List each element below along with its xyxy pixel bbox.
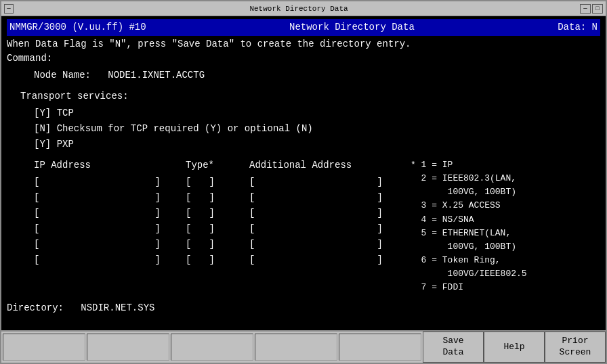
ip-address-header: IP Address <box>34 158 176 173</box>
legend-line-2: 2 = IEEE802.3(LAN, <box>411 172 527 185</box>
add-row-2: [ ] <box>249 191 398 204</box>
type-row-6: [ ] <box>186 253 240 267</box>
transport-tcp-desc: TCP <box>57 106 74 120</box>
transport-pxp-desc: PXP <box>57 137 74 152</box>
terminal-area: NMMGR/3000 (V.uu.ff) #10 Network Directo… <box>1 16 606 330</box>
transport-item-checksum: [N] Checksum for TCP required (Y) or opt… <box>34 122 600 136</box>
header-bar: NMMGR/3000 (V.uu.ff) #10 Network Directo… <box>7 19 600 36</box>
type-input-6[interactable] <box>191 254 209 266</box>
save-data-button[interactable]: Save Data <box>423 332 484 363</box>
node-value: NODE1.IXNET.ACCTG <box>108 70 205 81</box>
add-field-rows: [ ] [ ] [ ] [ ] [ ] [ ] <box>249 175 398 267</box>
ip-input-1[interactable] <box>39 176 154 188</box>
transport-checksum-desc: Checksum for TCP required (Y) or optiona… <box>57 122 313 136</box>
node-label: Node Name: <box>34 70 91 81</box>
ip-row-4: [ ] <box>34 222 176 235</box>
ip-row-6: [ ] <box>34 253 176 267</box>
legend-line-4: 3 = X.25 ACCESS <box>411 199 527 212</box>
add-input-2[interactable] <box>255 191 377 204</box>
legend-line-9: 100VG/IEEE802.5 <box>411 267 527 281</box>
bottom-field-5[interactable] <box>339 334 421 361</box>
ip-row-1: [ ] <box>34 175 176 189</box>
title-bar-right-controls: ─ □ <box>580 4 603 14</box>
bottom-field-3[interactable] <box>171 334 253 361</box>
type-row-2: [ ] <box>186 191 240 204</box>
transport-item-tcp: [Y] TCP <box>34 106 600 120</box>
prior-screen-button[interactable]: Prior Screen <box>545 332 606 363</box>
add-input-4[interactable] <box>255 223 377 235</box>
legend-section: * 1 = IP 2 = IEEE802.3(LAN, 100VG, 100BT… <box>411 158 527 294</box>
add-row-6: [ ] <box>249 253 398 267</box>
legend-line-8: 6 = Token Ring, <box>411 254 527 267</box>
legend-line-6: 5 = ETHERNET(LAN, <box>411 227 527 240</box>
type-input-2[interactable] <box>191 191 209 204</box>
window-frame: ─ Network Directory Data ─ □ NMMGR/3000 … <box>0 0 607 364</box>
address-section: IP Address [ ] [ ] [ ] [ ] [ ] <box>7 158 600 294</box>
legend-line-10: 7 = FDDI <box>411 281 527 294</box>
ip-row-2: [ ] <box>34 191 176 204</box>
help-button[interactable]: Help <box>484 332 545 363</box>
window-title: Network Directory Data <box>18 5 580 13</box>
bottom-field-2[interactable] <box>87 334 169 361</box>
add-row-3: [ ] <box>249 206 398 220</box>
title-bar: ─ Network Directory Data ─ □ <box>1 1 606 16</box>
data-flag: Data: N <box>558 20 598 35</box>
ip-address-column: IP Address [ ] [ ] [ ] [ ] [ ] <box>34 158 176 267</box>
type-input-5[interactable] <box>191 238 209 250</box>
command-line: Command: <box>7 51 600 66</box>
directory-label: Directory: <box>7 302 64 313</box>
add-row-4: [ ] <box>249 222 398 235</box>
app-id: NMMGR/3000 (V.uu.ff) #10 <box>9 20 146 35</box>
directory-value: NSDIR.NET.SYS <box>81 302 154 313</box>
type-input-4[interactable] <box>191 223 209 235</box>
info-line: When Data Flag is "N", press "Save Data"… <box>7 37 600 51</box>
ip-row-5: [ ] <box>34 237 176 251</box>
type-row-1: [ ] <box>186 175 240 189</box>
system-menu-btn[interactable]: ─ <box>4 4 14 14</box>
type-row-5: [ ] <box>186 237 240 251</box>
bottom-field-1[interactable] <box>3 334 85 361</box>
type-column: Type* [ ] [ ] [ ] [ ] [ ] <box>186 158 240 267</box>
type-header: Type* <box>186 158 240 173</box>
ip-input-3[interactable] <box>39 207 154 219</box>
directory-line: Directory: NSDIR.NET.SYS <box>7 301 600 315</box>
bottom-field-4[interactable] <box>255 334 337 361</box>
add-input-1[interactable] <box>255 176 377 188</box>
transport-item-pxp: [Y] PXP <box>34 137 600 152</box>
ip-input-2[interactable] <box>39 191 154 204</box>
header-title: Network Directory Data <box>289 20 415 35</box>
maximize-btn[interactable]: □ <box>592 4 603 14</box>
add-input-3[interactable] <box>255 207 377 219</box>
ip-input-4[interactable] <box>39 223 154 235</box>
additional-address-header: Additional Address <box>249 158 398 173</box>
flag-box-pxp: [Y] <box>34 137 51 152</box>
add-row-1: [ ] <box>249 175 398 189</box>
additional-address-column: Additional Address [ ] [ ] [ ] [ ] <box>249 158 398 267</box>
bottom-toolbar: Save Data Help Prior Screen <box>1 330 606 363</box>
minimize-btn[interactable]: ─ <box>580 4 591 14</box>
ip-row-3: [ ] <box>34 206 176 220</box>
legend-line-5: 4 = NS/SNA <box>411 213 527 227</box>
type-input-3[interactable] <box>191 207 209 219</box>
type-row-3: [ ] <box>186 206 240 220</box>
header-line: NMMGR/3000 (V.uu.ff) #10 Network Directo… <box>9 20 598 35</box>
add-input-5[interactable] <box>255 238 377 250</box>
node-name-line: Node Name: NODE1.IXNET.ACCTG <box>34 68 600 83</box>
ip-input-6[interactable] <box>39 254 154 266</box>
legend-line-7: 100VG, 100BT) <box>411 240 527 254</box>
transport-label: Transport services: <box>20 89 600 104</box>
legend-line-1: * 1 = IP <box>411 158 527 172</box>
legend-line-3: 100VG, 100BT) <box>411 185 527 199</box>
flag-box-checksum: [N] <box>34 122 51 136</box>
type-input-1[interactable] <box>191 176 209 188</box>
bottom-input-area <box>1 332 423 363</box>
add-input-6[interactable] <box>255 254 377 266</box>
ip-input-5[interactable] <box>39 238 154 250</box>
add-row-5: [ ] <box>249 237 398 251</box>
ip-field-rows: [ ] [ ] [ ] [ ] [ ] [ ] <box>34 175 176 267</box>
type-field-rows: [ ] [ ] [ ] [ ] [ ] [ ] <box>186 175 240 267</box>
transport-section: Transport services: [Y] TCP [N] Checksum… <box>20 89 600 152</box>
type-row-4: [ ] <box>186 222 240 235</box>
flag-box-tcp: [Y] <box>34 106 51 120</box>
title-bar-controls: ─ <box>4 4 14 14</box>
